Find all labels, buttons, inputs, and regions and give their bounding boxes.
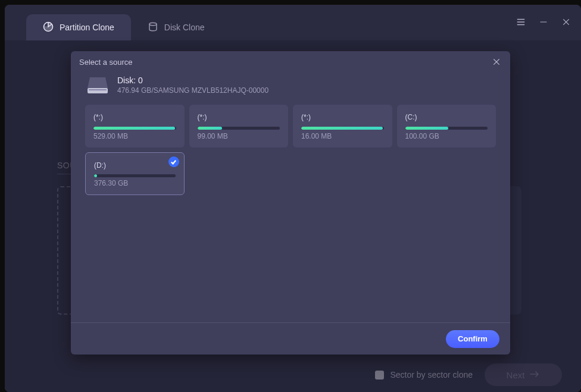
usage-bar (94, 174, 176, 177)
partition-grid-row-1: (*:) 529.00 MB (*:) 99.00 MB (*:) 16.00 … (71, 101, 510, 148)
hamburger-menu-icon[interactable] (516, 17, 526, 27)
modal-close-icon[interactable] (491, 57, 502, 67)
usage-bar-fill (93, 127, 175, 130)
usage-bar-fill (198, 127, 223, 130)
partition-size: 16.00 MB (301, 132, 384, 140)
checkbox-icon[interactable] (375, 371, 384, 380)
partition-label: (*:) (198, 113, 280, 121)
tab-partition-clone[interactable]: Partition Clone (26, 14, 131, 40)
window-controls (516, 17, 571, 27)
usage-bar-fill (94, 174, 97, 177)
close-icon[interactable] (561, 17, 571, 27)
partition-card[interactable]: (*:) 99.00 MB (189, 105, 289, 148)
disk-title: Disk: 0 (117, 76, 268, 85)
partition-label: (D:) (94, 161, 176, 170)
tab-disk-clone[interactable]: Disk Clone (131, 14, 221, 40)
partition-grid-row-2: (D:) 376.30 GB (71, 148, 510, 195)
modal-header: Select a source (71, 51, 510, 73)
sector-label: Sector by sector clone (390, 370, 473, 380)
svg-point-1 (149, 23, 157, 26)
svg-rect-5 (89, 89, 107, 90)
confirm-button[interactable]: Confirm (446, 330, 499, 348)
sector-by-sector-row[interactable]: Sector by sector clone (375, 370, 473, 380)
next-button[interactable]: Next (485, 363, 562, 386)
modal-title: Select a source (79, 58, 133, 67)
partition-card[interactable]: (C:) 100.00 GB (397, 105, 496, 148)
usage-bar (405, 127, 488, 130)
footer-bar: Sector by sector clone Next (5, 357, 581, 392)
title-bar: Partition Clone Disk Clone (5, 5, 581, 40)
partition-label: (*:) (301, 113, 384, 121)
hard-drive-icon (86, 75, 109, 95)
disk-summary-row[interactable]: Disk: 0 476.94 GB/SAMSUNG MZVLB512HAJQ-0… (71, 73, 510, 101)
next-label: Next (507, 370, 525, 380)
pie-chart-icon (43, 21, 54, 34)
minimize-icon[interactable] (538, 17, 549, 27)
disk-info: Disk: 0 476.94 GB/SAMSUNG MZVLB512HAJQ-0… (117, 76, 268, 95)
modal-footer: Confirm (71, 322, 510, 355)
tab-label: Partition Clone (60, 23, 114, 32)
partition-size: 529.00 MB (93, 132, 176, 140)
disk-subtitle: 476.94 GB/SAMSUNG MZVLB512HAJQ-00000 (117, 86, 268, 95)
partition-size: 99.00 MB (198, 132, 280, 140)
confirm-label: Confirm (458, 334, 488, 343)
partition-label: (C:) (405, 113, 488, 121)
usage-bar-fill (301, 127, 383, 130)
arrow-right-icon (529, 370, 540, 380)
disk-icon (148, 21, 158, 34)
app-window: Partition Clone Disk Clone (5, 5, 581, 392)
select-source-modal: Select a source Disk: 0 476.94 GB/SAMSUN… (71, 51, 510, 355)
tab-label: Disk Clone (164, 23, 205, 32)
partition-card[interactable]: (*:) 529.00 MB (85, 105, 185, 148)
partition-size: 376.30 GB (94, 179, 176, 187)
checkmark-icon (168, 156, 179, 167)
usage-bar-fill (405, 127, 448, 130)
tab-strip: Partition Clone Disk Clone (5, 5, 221, 40)
partition-label: (*:) (93, 113, 176, 121)
partition-card[interactable]: (*:) 16.00 MB (293, 105, 392, 148)
usage-bar (198, 127, 280, 130)
partition-size: 100.00 GB (405, 132, 488, 140)
partition-card[interactable]: (D:) 376.30 GB (85, 152, 185, 195)
svg-rect-4 (88, 88, 108, 93)
usage-bar (301, 127, 384, 130)
usage-bar (93, 127, 176, 130)
